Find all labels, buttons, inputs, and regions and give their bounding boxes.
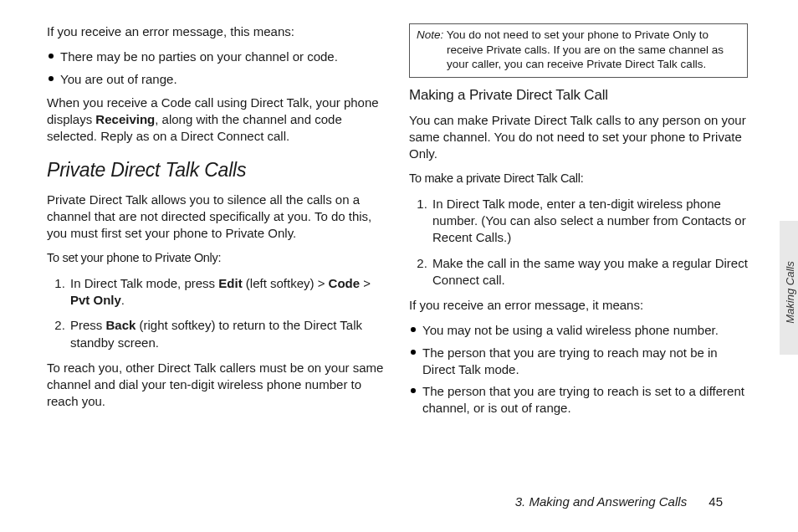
- subsection-heading: Making a Private Direct Talk Call: [409, 86, 748, 105]
- columns: If you receive an error message, this me…: [0, 0, 798, 424]
- manual-page: If you receive an error message, this me…: [0, 0, 798, 532]
- bullet-item: The person that you are trying to reach …: [409, 383, 748, 417]
- side-tab: Making Calls: [780, 221, 798, 355]
- lead-in: To make a private Direct Talk Call:: [409, 171, 748, 187]
- bold-text: Edit: [218, 276, 242, 290]
- para: Private Direct Talk allows you to silenc…: [47, 192, 386, 243]
- note-body: You do not need to set your phone to Pri…: [447, 28, 724, 70]
- bullet-item: There may be no parties on your channel …: [47, 49, 386, 65]
- bullet-item: You are out of range.: [47, 71, 386, 88]
- error-bullets: There may be no parties on your channel …: [47, 49, 386, 88]
- para: To reach you, other Direct Talk callers …: [47, 360, 386, 411]
- bold-text: Pvt Only: [70, 293, 121, 307]
- lead-in: To set your phone to Private Only:: [47, 250, 386, 267]
- left-column: If you receive an error message, this me…: [47, 23, 386, 424]
- text: In Direct Talk mode, press: [70, 276, 218, 290]
- bold-text: Receiving: [95, 112, 155, 126]
- gt-icon: >: [363, 276, 371, 290]
- text: Press: [70, 318, 106, 332]
- step-item: In Direct Talk mode, enter a ten-digit w…: [431, 196, 748, 247]
- right-column: Note: You do not need to set your phone …: [409, 23, 748, 424]
- step-item: Press Back (right softkey) to return to …: [69, 317, 386, 351]
- text: .: [121, 293, 125, 307]
- bullet-item: You may not be using a valid wireless ph…: [409, 322, 748, 339]
- section-heading: Private Direct Talk Calls: [47, 157, 386, 183]
- bullet-item: The person that you are trying to reach …: [409, 345, 748, 379]
- page-footer: 3. Making and Answering Calls 45: [515, 494, 723, 509]
- bold-text: Back: [106, 318, 136, 332]
- text: (left softkey): [243, 276, 318, 290]
- page-number: 45: [708, 494, 723, 509]
- ordered-steps: In Direct Talk mode, enter a ten-digit w…: [409, 196, 748, 289]
- side-tab-label: Making Calls: [784, 234, 796, 351]
- error-bullets: You may not be using a valid wireless ph…: [409, 322, 748, 417]
- note-box: Note: You do not need to set your phone …: [409, 23, 748, 78]
- intro-text: If you receive an error message, this me…: [47, 23, 386, 40]
- ordered-steps: In Direct Talk mode, press Edit (left so…: [47, 275, 386, 351]
- para: If you receive an error message, it mean…: [409, 297, 748, 314]
- para: You can make Private Direct Talk calls t…: [409, 112, 748, 163]
- step-item: In Direct Talk mode, press Edit (left so…: [69, 275, 386, 309]
- footer-section: 3. Making and Answering Calls: [515, 494, 687, 509]
- receiving-para: When you receive a Code call using Direc…: [47, 95, 386, 146]
- bold-text: Code: [325, 276, 363, 290]
- note-label: Note:: [417, 28, 443, 41]
- step-item: Make the call in the same way you make a…: [431, 255, 748, 289]
